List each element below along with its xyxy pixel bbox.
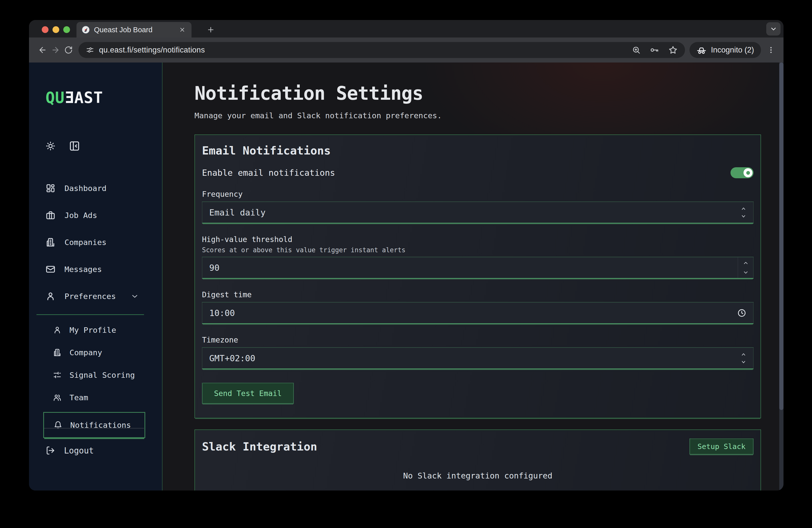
users-icon: [53, 393, 61, 402]
sidebar-item-dashboard[interactable]: Dashboard: [29, 179, 162, 197]
slack-empty-text: No Slack integration configured: [202, 471, 754, 481]
collapse-sidebar-icon[interactable]: [69, 141, 80, 151]
address-bar[interactable]: qu.east.fi/settings/notifications: [78, 42, 685, 58]
timezone-select[interactable]: GMT+02:00: [202, 347, 754, 369]
threshold-value: 90: [209, 263, 738, 273]
enable-email-toggle[interactable]: [730, 167, 754, 178]
incognito-badge[interactable]: Incognito (2): [690, 42, 761, 58]
send-test-email-button[interactable]: Send Test Email: [202, 383, 294, 404]
reload-button[interactable]: [62, 44, 75, 57]
digest-time-value: 10:00: [209, 308, 737, 318]
timezone-value: GMT+02:00: [209, 353, 741, 363]
preferences-active-underline: [37, 314, 144, 315]
frequency-select[interactable]: Email daily: [202, 202, 754, 223]
chevron-down-icon: [130, 292, 139, 300]
sidebar-item-companies[interactable]: Companies: [29, 233, 162, 251]
threshold-label: High-value threshold: [202, 235, 754, 244]
browser-toolbar: qu.east.fi/settings/notifications Incogn…: [29, 38, 783, 62]
page-content: QUƎAST Dashboard Job Ads: [29, 62, 783, 490]
threshold-help: Scores at or above this value trigger in…: [202, 246, 754, 254]
email-card-title: Email Notifications: [202, 144, 754, 157]
incognito-icon: [696, 45, 707, 55]
app-logo: QUƎAST: [45, 88, 103, 107]
back-button[interactable]: [36, 44, 49, 57]
scrollbar-track[interactable]: [779, 62, 783, 490]
digest-time-label: Digest time: [202, 290, 754, 299]
sidebar-nav: Dashboard Job Ads Companies Messages Pre…: [29, 179, 162, 444]
tab-favicon-icon: [82, 26, 90, 34]
browser-window: Queast Job Board qu.east.fi/settings/not…: [29, 20, 783, 490]
sidebar-divider: [44, 428, 144, 428]
timezone-label: Timezone: [202, 336, 754, 344]
setup-slack-button[interactable]: Setup Slack: [690, 439, 754, 455]
logout-button[interactable]: Logout: [45, 442, 94, 459]
sidebar-item-messages[interactable]: Messages: [29, 260, 162, 278]
clock-icon[interactable]: [737, 308, 746, 318]
tab-close-icon[interactable]: [178, 26, 187, 34]
user-icon: [53, 326, 61, 334]
arrow-left-icon: [38, 45, 47, 55]
spinner-down-icon: [743, 269, 749, 276]
traffic-lights: [42, 26, 70, 33]
logout-icon: [45, 446, 55, 455]
enable-email-label: Enable email notifications: [202, 168, 335, 178]
digest-time-input[interactable]: 10:00: [202, 302, 754, 324]
mail-icon: [45, 264, 56, 274]
page-title: Notification Settings: [194, 83, 783, 104]
sidebar-item-job-ads[interactable]: Job Ads: [29, 206, 162, 224]
arrow-right-icon: [51, 45, 60, 55]
incognito-label: Incognito (2): [711, 45, 754, 55]
password-key-icon[interactable]: [650, 45, 659, 55]
sidebar: QUƎAST Dashboard Job Ads: [29, 62, 162, 490]
user-icon: [45, 291, 56, 301]
slack-integration-card: Slack Integration Setup Slack No Slack i…: [194, 429, 761, 490]
tab-title: Queast Job Board: [94, 26, 174, 34]
select-chevrons-icon: [741, 207, 746, 218]
slack-card-title: Slack Integration: [202, 440, 317, 453]
bookmark-star-icon[interactable]: [668, 45, 678, 55]
toggle-knob: [743, 168, 753, 177]
theme-toggle-sun-icon[interactable]: [45, 141, 56, 151]
forward-button[interactable]: [49, 44, 62, 57]
window-minimize-button[interactable]: [53, 26, 59, 33]
tab-strip: Queast Job Board: [29, 20, 783, 38]
url-text[interactable]: qu.east.fi/settings/notifications: [99, 45, 627, 55]
building-icon: [45, 237, 56, 247]
spinner-up-icon: [743, 260, 749, 266]
building-icon: [53, 348, 61, 357]
subnav-item-team[interactable]: Team: [29, 390, 162, 406]
frequency-value: Email daily: [209, 207, 741, 218]
new-tab-button[interactable]: [204, 23, 218, 36]
subnav-item-notifications[interactable]: Notifications: [43, 412, 145, 438]
scrollbar-thumb[interactable]: [779, 62, 783, 410]
threshold-input[interactable]: 90: [202, 257, 754, 279]
zoom-icon[interactable]: [632, 46, 640, 54]
email-notifications-card: Email Notifications Enable email notific…: [194, 134, 761, 418]
sliders-icon: [53, 371, 61, 379]
subnav-item-my-profile[interactable]: My Profile: [29, 322, 162, 338]
select-chevrons-icon: [741, 352, 746, 364]
browser-menu-button[interactable]: [765, 44, 778, 57]
chevron-down-icon: [770, 25, 777, 33]
briefcase-icon: [45, 210, 56, 220]
window-close-button[interactable]: [42, 26, 48, 33]
subnav-item-signal-scoring[interactable]: Signal Scoring: [29, 367, 162, 383]
sidebar-item-preferences[interactable]: Preferences: [29, 287, 162, 305]
frequency-label: Frequency: [202, 190, 754, 199]
tab-search-button[interactable]: [766, 22, 781, 35]
subnav-item-company[interactable]: Company: [29, 344, 162, 361]
main-area: Notification Settings Manage your email …: [162, 62, 783, 490]
preferences-subnav: My Profile Company Signal Scoring Team: [29, 322, 162, 438]
site-info-icon[interactable]: [86, 46, 94, 54]
page-subtitle: Manage your email and Slack notification…: [194, 111, 783, 120]
number-spinner[interactable]: [738, 257, 753, 278]
kebab-menu-icon: [767, 46, 775, 54]
browser-tab[interactable]: Queast Job Board: [76, 22, 191, 38]
dashboard-icon: [45, 183, 56, 193]
window-maximize-button[interactable]: [63, 26, 70, 33]
reload-icon: [64, 46, 73, 54]
